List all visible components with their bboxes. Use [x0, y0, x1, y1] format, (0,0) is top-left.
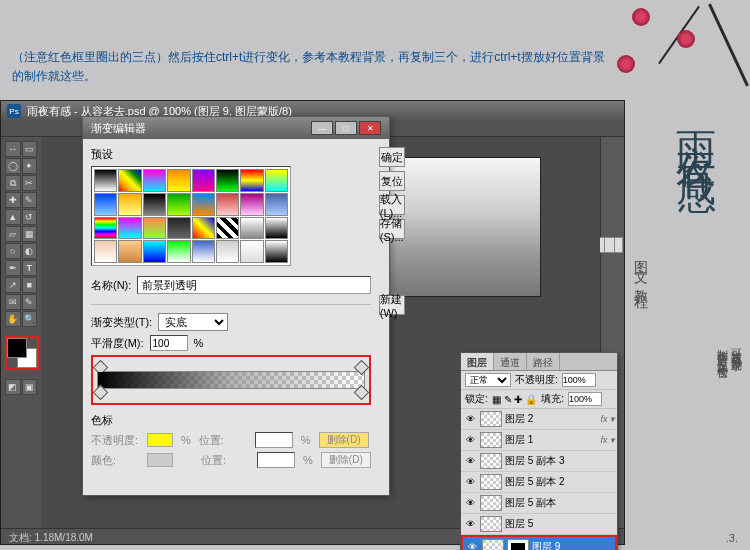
close-icon[interactable]: ✕: [359, 121, 381, 135]
preset-swatch[interactable]: [94, 193, 117, 216]
layer-row[interactable]: 👁图层 5: [461, 514, 617, 535]
preset-swatch[interactable]: [216, 217, 239, 240]
new-button[interactable]: 新建(W): [379, 295, 405, 315]
slice-tool[interactable]: ✂: [22, 175, 38, 191]
preset-swatch[interactable]: [216, 169, 239, 192]
minimize-icon[interactable]: —: [311, 121, 333, 135]
preset-swatch[interactable]: [118, 240, 141, 263]
gradient-name-input[interactable]: [137, 276, 370, 294]
tab-layers[interactable]: 图层: [461, 353, 494, 370]
delete-stop-button[interactable]: 删除(D): [319, 432, 369, 448]
path-tool[interactable]: ↗: [5, 277, 21, 293]
gradient-tool[interactable]: ▦: [22, 226, 38, 242]
stamp-tool[interactable]: ▲: [5, 209, 21, 225]
maximize-icon[interactable]: □: [335, 121, 357, 135]
blur-tool[interactable]: ○: [5, 243, 21, 259]
preset-swatch[interactable]: [265, 193, 288, 216]
gradient-ramp[interactable]: [97, 371, 365, 389]
eraser-tool[interactable]: ▱: [5, 226, 21, 242]
preset-swatch[interactable]: [265, 217, 288, 240]
preset-swatch[interactable]: [265, 169, 288, 192]
preset-swatch[interactable]: [265, 240, 288, 263]
smoothness-input[interactable]: [150, 335, 188, 351]
preset-swatch[interactable]: [143, 240, 166, 263]
pen-tool[interactable]: ✒: [5, 260, 21, 276]
foreground-color-swatch[interactable]: [7, 338, 27, 358]
preset-swatch[interactable]: [192, 193, 215, 216]
text-tool[interactable]: T: [22, 260, 38, 276]
gradient-type-select[interactable]: 实底: [158, 313, 228, 331]
dialog-titlebar[interactable]: 渐变编辑器 — □ ✕: [83, 117, 389, 139]
layer-thumb[interactable]: [482, 539, 504, 551]
eyedropper-tool[interactable]: ✎: [22, 294, 38, 310]
cancel-button[interactable]: 复位: [379, 171, 405, 191]
healing-tool[interactable]: ✚: [5, 192, 21, 208]
shape-tool[interactable]: ■: [22, 277, 38, 293]
preset-swatch[interactable]: [167, 193, 190, 216]
visibility-icon[interactable]: 👁: [463, 412, 477, 426]
preset-swatch[interactable]: [167, 169, 190, 192]
load-button[interactable]: 载入(L)...: [379, 195, 405, 215]
tab-channels[interactable]: 通道: [494, 353, 527, 370]
layer-row[interactable]: 👁图层 9: [461, 535, 617, 550]
delete-color-button[interactable]: 删除(D): [321, 452, 371, 468]
layer-thumb[interactable]: [480, 516, 502, 532]
save-button[interactable]: 存储(S)...: [379, 219, 405, 239]
visibility-icon[interactable]: 👁: [463, 517, 477, 531]
preset-swatch[interactable]: [240, 240, 263, 263]
preset-swatch[interactable]: [240, 169, 263, 192]
layer-row[interactable]: 👁图层 2fx ▾: [461, 409, 617, 430]
visibility-icon[interactable]: 👁: [463, 433, 477, 447]
layer-opacity-input[interactable]: [562, 373, 596, 387]
preset-swatch[interactable]: [216, 193, 239, 216]
preset-swatch[interactable]: [192, 240, 215, 263]
screenmode-icon[interactable]: ▣: [22, 379, 38, 395]
presets-grid[interactable]: [91, 166, 291, 266]
ok-button[interactable]: 确定: [379, 147, 405, 167]
layer-thumb[interactable]: [480, 474, 502, 490]
preset-swatch[interactable]: [94, 169, 117, 192]
visibility-icon[interactable]: 👁: [463, 475, 477, 489]
preset-swatch[interactable]: [240, 193, 263, 216]
layer-row[interactable]: 👁图层 5 副本 3: [461, 451, 617, 472]
preset-swatch[interactable]: [118, 193, 141, 216]
position-input[interactable]: [255, 432, 293, 448]
color-swatch[interactable]: [147, 453, 173, 467]
layer-thumb[interactable]: [480, 411, 502, 427]
opacity-swatch[interactable]: [147, 433, 173, 447]
lasso-tool[interactable]: ◯: [5, 158, 21, 174]
visibility-icon[interactable]: 👁: [463, 454, 477, 468]
layer-thumb[interactable]: [480, 495, 502, 511]
crop-tool[interactable]: ⧉: [5, 175, 21, 191]
notes-tool[interactable]: ✉: [5, 294, 21, 310]
layer-row[interactable]: 👁图层 1fx ▾: [461, 430, 617, 451]
preset-swatch[interactable]: [167, 217, 190, 240]
brush-tool[interactable]: ✎: [22, 192, 38, 208]
quickmask-icon[interactable]: ◩: [5, 379, 21, 395]
lock-icons[interactable]: ▦ ✎ ✚ 🔒: [492, 394, 537, 405]
tab-paths[interactable]: 路径: [527, 353, 560, 370]
mask-thumb[interactable]: [507, 539, 529, 551]
visibility-icon[interactable]: 👁: [463, 496, 477, 510]
dodge-tool[interactable]: ◐: [22, 243, 38, 259]
visibility-icon[interactable]: 👁: [465, 540, 479, 551]
preset-swatch[interactable]: [192, 217, 215, 240]
layer-thumb[interactable]: [480, 453, 502, 469]
preset-swatch[interactable]: [94, 240, 117, 263]
preset-swatch[interactable]: [118, 217, 141, 240]
history-tool[interactable]: ↺: [22, 209, 38, 225]
preset-swatch[interactable]: [143, 217, 166, 240]
preset-swatch[interactable]: [143, 193, 166, 216]
move-tool[interactable]: ↔: [5, 141, 21, 157]
blend-mode-select[interactable]: 正常: [465, 373, 511, 387]
preset-swatch[interactable]: [94, 217, 117, 240]
preset-swatch[interactable]: [118, 169, 141, 192]
marquee-tool[interactable]: ▭: [22, 141, 38, 157]
fg-bg-swatches[interactable]: [5, 336, 39, 370]
hand-tool[interactable]: ✋: [5, 311, 21, 327]
preset-swatch[interactable]: [192, 169, 215, 192]
layer-fill-input[interactable]: [568, 392, 602, 406]
wand-tool[interactable]: ✦: [22, 158, 38, 174]
layer-row[interactable]: 👁图层 5 副本: [461, 493, 617, 514]
preset-swatch[interactable]: [143, 169, 166, 192]
